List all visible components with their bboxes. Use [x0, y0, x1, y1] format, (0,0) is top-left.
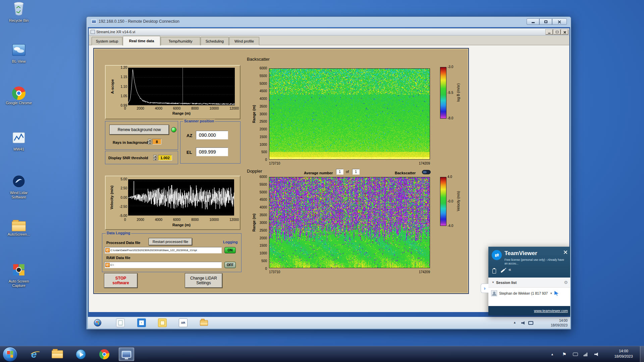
start-button[interactable] — [3, 347, 17, 362]
close-button[interactable] — [561, 29, 568, 35]
tick-label: 5500 — [260, 183, 267, 186]
session-list-row[interactable]: ▼ Session list ⚙ — [488, 278, 570, 288]
contact-row[interactable]: Stephan de Wekker (1 817 937 ▼ — [488, 288, 570, 299]
gear-icon[interactable]: ⚙ — [564, 280, 568, 285]
tick-label: 2500 — [260, 229, 267, 232]
tick-label: 1500 — [260, 135, 267, 139]
change-lidar-settings-button[interactable]: Change LiDAR Settings — [185, 273, 222, 288]
tray-volume[interactable] — [594, 346, 599, 362]
wind-lidar-icon — [12, 174, 26, 190]
brush-icon[interactable] — [500, 269, 505, 273]
remote-taskbar-notes-icon[interactable] — [158, 318, 167, 327]
rays-value[interactable]: 8 — [152, 139, 161, 144]
collapse-chevrons-icon[interactable]: « — [508, 267, 511, 272]
taskbar-explorer[interactable] — [50, 348, 65, 361]
desktop-icon-label: Google Chrome — [6, 101, 32, 105]
tray-network[interactable] — [584, 346, 587, 362]
minimize-button[interactable] — [527, 18, 539, 25]
remote-start-button[interactable] — [94, 319, 101, 326]
teamviewer-title: TeamViewer — [504, 250, 537, 257]
velocity-x-ticks: 020004000600080001000012000 — [124, 218, 239, 222]
processed-path-text: C:\Lidar\Data\Proc\2023\202309\20230918\… — [110, 249, 197, 252]
backscatter-toggle[interactable] — [422, 170, 431, 174]
tick-label: 500 — [261, 150, 267, 154]
el-value-field[interactable]: 089.999 — [196, 147, 228, 156]
remote-tray-up-icon[interactable]: ▲ — [513, 321, 516, 324]
tick-label: 4000 — [155, 218, 162, 222]
raw-path-field[interactable]: C C:\ — [104, 262, 222, 268]
raw-logging-led[interactable]: OFF — [224, 262, 236, 268]
tick-label: 3000 — [260, 112, 267, 116]
stop-software-button[interactable]: STOP software — [104, 273, 138, 288]
host-clock[interactable]: 14:00 18/09/2023 — [609, 349, 638, 359]
desktop-icon-mw41[interactable]: MW41 — [3, 131, 35, 152]
tab-temp-humidity[interactable]: Temp/humidity — [161, 37, 200, 45]
remote-network-icon[interactable] — [528, 321, 533, 325]
show-desktop-button[interactable] — [640, 346, 644, 362]
tab-scheduling[interactable]: Scheduling — [201, 37, 229, 45]
ascope-plot — [128, 68, 235, 105]
tick-label: 174209 — [419, 270, 430, 274]
average-number-field[interactable]: 1 — [336, 169, 343, 175]
desktop-icon-wind-lidar[interactable]: Wind Lidar Software — [3, 174, 35, 199]
drive-icon: C — [105, 263, 110, 267]
tick-label: 1000 — [260, 143, 267, 146]
data-logging-title: Data Logging — [106, 231, 131, 235]
host-clock-date: 18/09/2023 — [609, 354, 638, 359]
teamviewer-header: ⇄ TeamViewer Free license (personal use … — [488, 247, 570, 278]
restart-processed-file-button[interactable]: Restart processed file — [149, 238, 192, 245]
remote-taskbar-document-icon[interactable] — [116, 318, 125, 327]
velocity-y-ticks: 5.002.500.00-2.50-5.00 — [110, 177, 127, 218]
average-total-field[interactable]: 1 — [352, 169, 360, 175]
caret-down-icon: ▼ — [492, 281, 494, 284]
desktop-icon-bl-view[interactable]: BL-View — [3, 43, 35, 64]
remote-taskbar-grid-icon[interactable] — [137, 318, 146, 327]
tray-action-center[interactable]: ⚑ — [562, 346, 567, 362]
teamviewer-collapse-handle[interactable]: › — [481, 284, 488, 293]
desktop-icon-recycle-bin[interactable]: Recycle Bin — [3, 1, 35, 23]
background-led[interactable] — [171, 127, 176, 132]
az-value-field[interactable]: 090.000 — [196, 131, 228, 139]
tab-bar: System setup Real time data Temp/humidit… — [89, 36, 569, 45]
snr-spinner[interactable] — [153, 155, 157, 161]
minimize-button[interactable] — [546, 29, 553, 35]
remote-taskbar-xr-icon[interactable]: XR — [179, 318, 187, 327]
taskbar-chrome[interactable] — [97, 348, 112, 361]
rays-spinner[interactable] — [148, 139, 151, 144]
tray-input-indicator[interactable] — [573, 346, 578, 362]
remote-volume-icon[interactable] — [521, 321, 526, 325]
close-icon — [564, 31, 566, 34]
tick-label: 1500 — [260, 244, 267, 247]
remote-clock[interactable]: 14:00 18/09/2023 — [541, 318, 568, 327]
chrome-icon — [99, 349, 109, 359]
maximize-button[interactable] — [539, 18, 552, 25]
desktop-icon-autoscreen-folder[interactable]: AutoScreen... — [3, 219, 35, 237]
teamviewer-logo-icon: ⇄ — [492, 250, 502, 260]
tab-system-setup[interactable]: System setup — [92, 37, 122, 45]
taskbar-media-player[interactable] — [73, 348, 89, 361]
teamviewer-website-link[interactable]: www.teamviewer.com — [534, 309, 568, 313]
taskbar-remote-desktop-active[interactable] — [119, 348, 134, 361]
bl-view-icon — [12, 43, 26, 58]
dropdown-icon[interactable]: ▼ — [550, 292, 552, 295]
renew-background-button[interactable]: Renew background now — [109, 125, 169, 135]
tab-wind-profile[interactable]: Wind profile — [229, 37, 259, 45]
clipboard-icon[interactable] — [492, 269, 496, 274]
processed-logging-led[interactable]: ON — [224, 247, 236, 253]
processed-path-field[interactable]: C C:\Lidar\Data\Proc\2023\202309\2023091… — [104, 247, 222, 253]
tray-show-hidden[interactable]: ▲ — [551, 346, 554, 362]
close-button[interactable] — [552, 18, 567, 25]
close-icon[interactable] — [564, 250, 568, 254]
maximize-button[interactable] — [553, 29, 560, 35]
background-group: Renew background now Rays in background … — [105, 121, 178, 150]
el-label: EL — [186, 150, 192, 155]
front-panel: A-scope 1.201.151.101.050.99 02000400060… — [93, 48, 469, 294]
desktop-icon-auto-screen-capture[interactable]: Auto Screen Capture — [3, 263, 35, 288]
remote-taskbar-folder-icon[interactable] — [200, 318, 208, 327]
tab-real-time-data[interactable]: Real time data — [123, 36, 160, 46]
desktop-icon-google-chrome[interactable]: Google Chrome — [3, 86, 35, 105]
tick-label: 3500 — [260, 213, 267, 217]
snr-value[interactable]: 1.002 — [158, 155, 172, 161]
taskbar-internet-explorer[interactable]: e — [26, 348, 42, 361]
tick-label: 5000 — [260, 190, 267, 194]
